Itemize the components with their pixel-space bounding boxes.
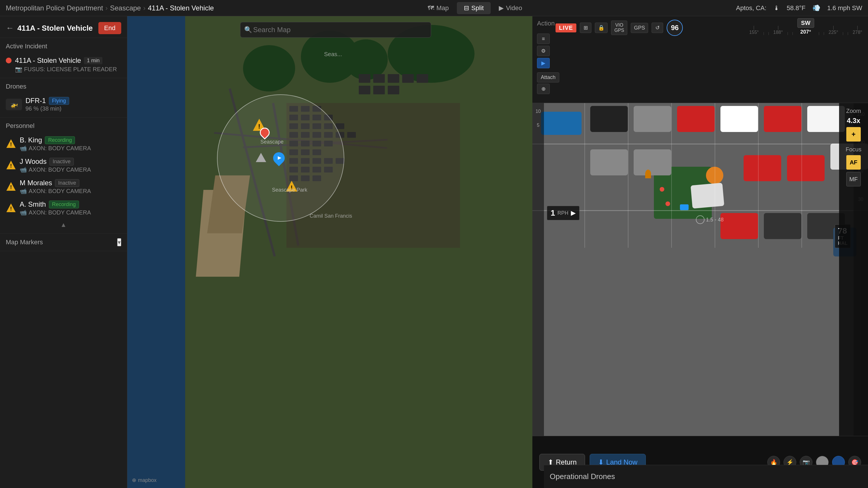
personnel-title: Personnel bbox=[6, 122, 121, 130]
video-feed: 10 5 150 100 50 30 1 RPH ▶ 78 FT bbox=[532, 103, 868, 436]
car-gray-3 bbox=[633, 149, 671, 175]
car-red-4 bbox=[787, 155, 825, 181]
personnel-status-jwoods: Inactive bbox=[50, 158, 74, 165]
play-button[interactable]: ▶ bbox=[537, 58, 550, 68]
svg-text:!: ! bbox=[10, 184, 12, 190]
zoom-value: 4.3x bbox=[847, 117, 861, 125]
map-label-camino: Camil San Francis bbox=[310, 213, 352, 219]
left-panel: ← 411A - Stolen Vehicle End Active Incid… bbox=[0, 16, 127, 488]
grid-button[interactable]: ⊞ bbox=[580, 23, 591, 33]
compass-ruler: 155° 188° SW bbox=[749, 21, 862, 35]
map-marker-drone[interactable]: ▶ bbox=[273, 152, 285, 164]
drone-controls-bar: Action ≡ ⚙ ▶ Attach ⊕ LIVE ⊞ 🔒 VIOGPS GP… bbox=[532, 16, 868, 103]
car-white-moving bbox=[691, 183, 724, 208]
wind-icon: 💨 bbox=[812, 4, 820, 12]
thermometer-icon: 🌡 bbox=[773, 4, 780, 12]
right-panel: Action ≡ ⚙ ▶ Attach ⊕ LIVE ⊞ 🔒 VIOGPS GP… bbox=[532, 16, 868, 488]
video-icon: ▶ bbox=[499, 4, 504, 12]
attach-button[interactable]: Attach bbox=[537, 72, 559, 83]
wind-text: 1.6 mph SW bbox=[827, 4, 862, 12]
car-black-1 bbox=[590, 106, 628, 132]
battery-indicator: 96 bbox=[666, 20, 683, 36]
map-marker-person[interactable] bbox=[256, 153, 266, 162]
personnel-collapse-button[interactable]: ▲ bbox=[60, 221, 67, 228]
alert-icon-asmith: ! bbox=[6, 203, 16, 213]
personnel-device-mmorales: 📹 AXON: BODY CAMERA bbox=[20, 188, 121, 194]
map-search-input[interactable] bbox=[240, 22, 431, 38]
back-button[interactable]: ← bbox=[6, 24, 14, 33]
drone-info: DFR-1 Flying 96 % (38 min) bbox=[26, 97, 121, 112]
satellite-map[interactable]: ! ▶ ! 🔍 ⊕ bbox=[127, 16, 544, 488]
search-icon: 🔍 bbox=[244, 26, 252, 34]
tab-video[interactable]: ▶ Video bbox=[492, 2, 529, 14]
hud-coords: 1.5 - 48 bbox=[706, 216, 724, 222]
car-dark-1 bbox=[764, 213, 802, 239]
personnel-status-bking: Recording bbox=[45, 136, 75, 144]
map-icon: 🗺 bbox=[428, 4, 434, 12]
drone-name: DFR-1 bbox=[26, 97, 46, 105]
active-incident-item: 411A - Stolen Vehicle 1 min 📷 FUSUS: LIC… bbox=[6, 54, 121, 75]
incident-time-badge: 1 min bbox=[84, 57, 102, 64]
personnel-item-bking: ! B. King Recording 📹 AXON: BODY CAMERA bbox=[6, 133, 121, 155]
extra-button[interactable]: ⊕ bbox=[537, 84, 550, 94]
incident-info: 411A - Stolen Vehicle 1 min 📷 FUSUS: LIC… bbox=[15, 56, 121, 73]
incident-title: 411A - Stolen Vehicle bbox=[18, 24, 95, 33]
breadcrumb-sep1: › bbox=[105, 4, 107, 12]
map-area[interactable]: ! ▶ ! 🔍 ⊕ bbox=[127, 16, 544, 488]
tab-map[interactable]: 🗺 Map bbox=[421, 2, 456, 14]
alert-icon-bking: ! bbox=[6, 139, 16, 149]
personnel-section: Personnel ! B. King Recording 📹 AXON: BO… bbox=[0, 118, 127, 234]
settings-button[interactable]: ⚙ bbox=[537, 46, 550, 56]
refresh-button[interactable]: ↺ bbox=[652, 23, 663, 33]
end-button[interactable]: End bbox=[98, 22, 121, 34]
map-marker-red-location[interactable] bbox=[260, 128, 270, 138]
tab-split[interactable]: ⊟ Split bbox=[457, 2, 491, 14]
personnel-info-mmorales: M Morales Inactive 📹 AXON: BODY CAMERA bbox=[20, 179, 121, 194]
car-white-1 bbox=[720, 106, 758, 132]
breadcrumb-incident: 411A - Stolen Vehicle bbox=[148, 4, 214, 12]
breadcrumb-location: Seascape bbox=[110, 4, 141, 12]
map-markers-expand-button[interactable]: ▾ bbox=[117, 238, 121, 246]
operational-drones-label: Operational Drones bbox=[544, 465, 868, 488]
personnel-name-bking: B. King bbox=[20, 136, 42, 144]
attach-area: Attach bbox=[537, 72, 559, 83]
gps-button[interactable]: GPS bbox=[631, 23, 648, 33]
compass-degrees: 207° bbox=[800, 29, 811, 35]
personnel-name-mmorales: M Morales bbox=[20, 179, 52, 187]
camera-icon-incident: 📷 bbox=[15, 66, 22, 73]
left-ruler: 10 5 bbox=[532, 103, 544, 436]
breadcrumb-sep2: › bbox=[143, 4, 146, 12]
compass-direction: SW bbox=[801, 20, 810, 26]
drones-title: Drones bbox=[6, 83, 121, 90]
incident-sub: 📷 FUSUS: LICENSE PLATE READER bbox=[15, 66, 121, 73]
svg-text:!: ! bbox=[10, 206, 12, 212]
top-bar: Metropolitan Police Department › Seascap… bbox=[0, 0, 868, 16]
personnel-info-jwoods: J Woods Inactive 📹 AXON: BODY CAMERA bbox=[20, 157, 121, 173]
top-control-strip: LIVE ⊞ 🔒 VIOGPS GPS ↺ 96 155° bbox=[556, 20, 862, 36]
map-search-container[interactable]: 🔍 bbox=[240, 22, 431, 38]
ruler-mark-188: 188° bbox=[773, 30, 783, 35]
personnel-device-asmith: 📹 AXON: BODY CAMERA bbox=[20, 209, 121, 216]
map-markers-title: Map Markers bbox=[6, 239, 43, 246]
zoom-in-button[interactable]: + bbox=[846, 127, 861, 142]
personnel-name-jwoods: J Woods bbox=[20, 157, 46, 165]
mapbox-logo: ⊕ mapbox bbox=[132, 477, 157, 483]
aerial-view: 10 5 150 100 50 30 1 RPH ▶ 78 FT bbox=[532, 103, 868, 436]
auto-focus-button[interactable]: AF bbox=[846, 155, 861, 170]
view-tabs: 🗺 Map ⊟ Split ▶ Video bbox=[421, 2, 529, 14]
alert-icon-jwoods: ! bbox=[6, 160, 16, 171]
zoom-out-button[interactable]: ≡ bbox=[537, 34, 550, 44]
personnel-device-jwoods: 📹 AXON: BODY CAMERA bbox=[20, 166, 121, 173]
vio-button[interactable]: VIOGPS bbox=[611, 21, 627, 35]
personnel-name-asmith: A. Smith bbox=[20, 200, 46, 208]
lock-button[interactable]: 🔒 bbox=[595, 23, 608, 33]
camera-icon-mmorales: 📹 bbox=[20, 188, 27, 194]
ruler-mark-155: 155° bbox=[749, 30, 758, 35]
zoom-focus-panel: Zoom 4.3x + Focus AF MF bbox=[839, 103, 868, 436]
alert-icon-mmorales: ! bbox=[6, 181, 16, 192]
incident-header: ← 411A - Stolen Vehicle End bbox=[0, 16, 127, 38]
camera-icon-asmith: 📹 bbox=[20, 209, 27, 216]
rpm-arrow-icon: ▶ bbox=[571, 209, 576, 217]
location-text: Aptos, CA: bbox=[736, 4, 767, 12]
manual-focus-button[interactable]: MF bbox=[846, 172, 861, 186]
